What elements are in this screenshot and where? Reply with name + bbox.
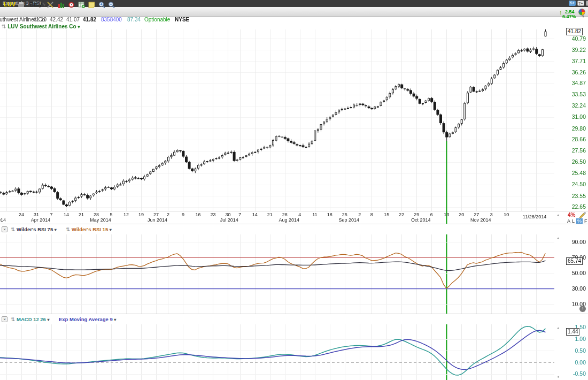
indicators-icon[interactable] (58, 2, 65, 8)
scale-mode-percent[interactable]: % (576, 218, 583, 224)
chart-symbol-header[interactable]: ⇅ LUV Southwest Airlines Co ▾ (2, 24, 80, 29)
macd-value-box: 1.44 (566, 328, 579, 336)
drag-handle-icon[interactable]: ⇅ (66, 226, 70, 232)
scale-mode-fit[interactable]: F (584, 218, 587, 224)
tools-icon[interactable] (47, 2, 54, 8)
scale-percent-label[interactable]: 4% (568, 212, 575, 218)
macd-panel-header: × ⇅ MACD 12 26 ▾ Exp Moving Average 9 ▾ (0, 314, 588, 324)
zoom-in-icon[interactable] (98, 2, 105, 8)
edit-pencil-icon[interactable] (578, 211, 586, 218)
quote-last: 41.82 (83, 17, 96, 22)
quote-volume: 8358400 (101, 17, 122, 22)
monitor-icon[interactable] (586, 1, 588, 6)
drag-handle-icon[interactable]: ⇅ (11, 226, 15, 232)
rsi-panel-header: × ⇅ Wilder's RSI 75 ▾ ⇅ Wilder's RSI 15 … (0, 224, 588, 234)
chart-type-icon[interactable] (18, 2, 25, 8)
notes-icon[interactable] (88, 2, 95, 8)
scroll-down-icon[interactable]: ◂ (557, 375, 559, 379)
scroll-up-icon[interactable]: ◂ (557, 326, 559, 330)
quote-low: 41.07 (66, 17, 80, 22)
change-up-arrow-icon: ↑ (559, 9, 562, 16)
text-plus-icon[interactable]: T+ (577, 1, 584, 6)
close-macd-panel-button[interactable]: × (2, 316, 7, 322)
rsi75-series-label[interactable]: Wilder's RSI 75 ▾ (17, 226, 57, 232)
symbol-label[interactable]: LUV (4, 1, 16, 7)
drag-handle-icon[interactable]: ⇅ (11, 316, 15, 322)
change-percent: 6.47% (562, 14, 576, 19)
quote-exchange: NYSE (175, 17, 189, 22)
quote-open: 41.10 (33, 17, 47, 22)
scroll-up-icon[interactable]: ◂ (557, 236, 559, 240)
scale-mode-switch: AL%F (567, 218, 588, 224)
rsi-value-box: 65.74 (566, 257, 583, 265)
quote-high: 42.42 (50, 17, 63, 22)
rsi15-series-label[interactable]: Wilder's RSI 15 ▾ (72, 226, 112, 232)
close-rsi-panel-button[interactable]: × (2, 226, 7, 232)
chart-symbol-label: LUV Southwest Airlines Co (7, 24, 76, 29)
expand-panel-icon[interactable]: › (579, 306, 586, 312)
zoom-out-icon[interactable] (108, 2, 115, 8)
share-plus-icon[interactable]: S+ (569, 1, 576, 6)
scroll-left-icon[interactable]: ◂ (557, 213, 559, 217)
quote-optionable-badge: Optionable (144, 17, 170, 22)
add-table-icon[interactable] (78, 2, 85, 8)
toolbar (0, 7, 588, 17)
alerts-clock-icon[interactable] (68, 2, 75, 8)
drag-handle-icon[interactable]: ⇅ (2, 24, 6, 29)
scale-mode-log[interactable]: L (572, 218, 575, 224)
period-dropdown[interactable]: Daily ▾ (30, 2, 45, 7)
chevron-down-icon[interactable]: ▾ (582, 14, 584, 19)
macd-series-label[interactable]: MACD 12 26 ▾ (17, 316, 50, 322)
quote-indicator-value: 87.34 (127, 17, 141, 22)
scale-mode-arithmetic[interactable]: A (567, 218, 570, 224)
last-price-box: 41.82 (566, 28, 583, 35)
charting-application: Essentials 3 - RSI ▾ S+ T+ LUV Daily ▾ ↑… (0, 0, 588, 380)
ema-series-label[interactable]: Exp Moving Average 9 ▾ (59, 316, 116, 322)
